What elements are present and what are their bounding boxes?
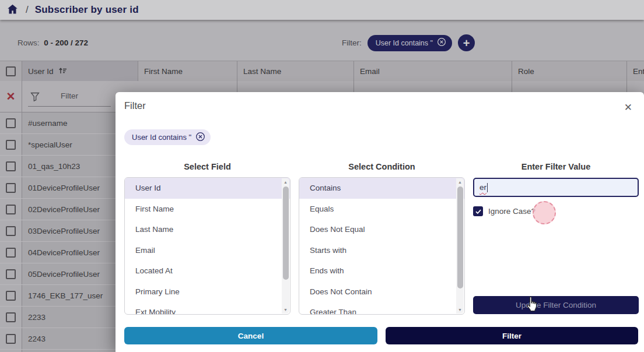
condition-option[interactable]: Contains: [299, 178, 464, 199]
condition-option[interactable]: Equals: [299, 199, 464, 220]
field-option[interactable]: Located At: [125, 261, 290, 281]
scrollbar-thumb[interactable]: [457, 186, 463, 288]
field-option[interactable]: Email: [125, 240, 290, 261]
condition-option[interactable]: Does Not Equal: [299, 219, 464, 240]
select-field-list: User Id First Name Last Name Email Locat…: [124, 177, 290, 315]
condition-option[interactable]: Does Not Contain: [299, 281, 464, 302]
field-option[interactable]: Primary Line: [125, 281, 290, 302]
select-field-heading: Select Field: [124, 162, 290, 173]
condition-option[interactable]: Starts with: [299, 240, 464, 261]
field-list-scrollbar[interactable]: ▲ ▼: [282, 178, 289, 314]
scroll-up-icon[interactable]: ▲: [282, 178, 289, 186]
enter-filter-value-heading: Enter Filter Value: [473, 162, 639, 173]
app-screen: / Subscriber by user id Rows: 0 - 200 / …: [0, 0, 644, 352]
field-option[interactable]: First Name: [125, 199, 290, 220]
ignore-case-label: Ignore Case?: [488, 207, 536, 216]
modal-title: Filter: [124, 100, 146, 111]
update-filter-condition-button[interactable]: Update Filter Condition: [473, 296, 639, 314]
field-option[interactable]: Ext Mobility: [125, 302, 290, 315]
select-condition-heading: Select Condition: [299, 162, 465, 173]
modal-filter-chip[interactable]: User Id contains ": [124, 129, 211, 145]
checkmark-icon: [475, 208, 482, 215]
scroll-up-icon[interactable]: ▲: [456, 178, 464, 186]
text-caret: [487, 183, 488, 192]
scrollbar-thumb[interactable]: [283, 186, 289, 280]
condition-list-scrollbar[interactable]: ▲ ▼: [456, 178, 464, 314]
filter-modal: Filter ✕ User Id contains " Select Field…: [116, 92, 644, 352]
click-indicator: [533, 201, 556, 224]
filter-value-text: er: [480, 183, 487, 192]
ignore-case-checkbox[interactable]: [473, 206, 483, 216]
field-option[interactable]: User Id: [125, 178, 290, 199]
modal-chip-remove-icon[interactable]: [195, 132, 205, 143]
scroll-down-icon[interactable]: ▼: [456, 306, 464, 314]
modal-close-icon[interactable]: ✕: [624, 103, 632, 112]
condition-option[interactable]: Ends with: [299, 261, 464, 281]
select-condition-list: Contains Equals Does Not Equal Starts wi…: [299, 177, 465, 315]
filter-value-input[interactable]: er: [473, 178, 639, 197]
apply-filter-button[interactable]: Filter: [386, 327, 638, 344]
scroll-down-icon[interactable]: ▼: [282, 306, 289, 314]
modal-filter-chip-text: User Id contains ": [132, 133, 191, 142]
condition-option[interactable]: Greater Than: [299, 302, 464, 315]
field-option[interactable]: Last Name: [125, 219, 290, 240]
cancel-button[interactable]: Cancel: [124, 327, 377, 344]
ignore-case-row: Ignore Case?: [473, 206, 536, 216]
